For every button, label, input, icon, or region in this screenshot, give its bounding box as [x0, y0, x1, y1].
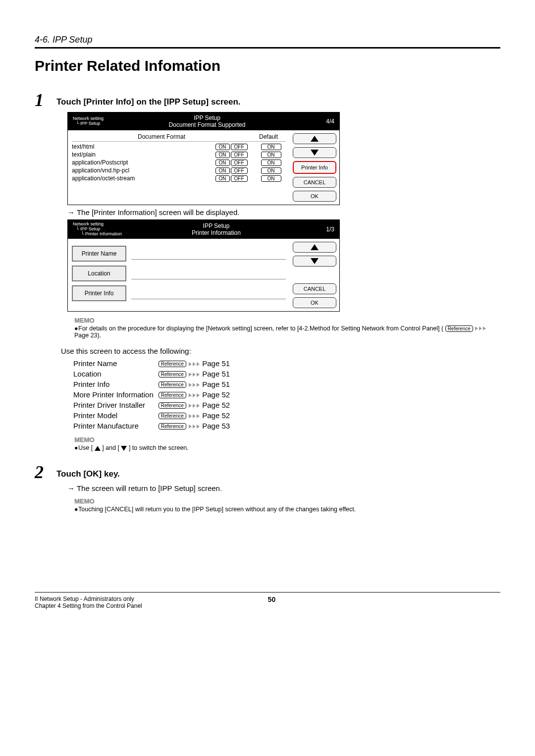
col-document-format: Document Format [72, 133, 251, 140]
ok-button[interactable]: OK [293, 191, 336, 202]
document-format-row: application/PostscriptONOFFON [72, 159, 286, 166]
breadcrumb: Network setting └ IPP Setup └ Printer In… [73, 222, 122, 237]
off-toggle[interactable]: OFF [231, 144, 248, 150]
reference-row: Printer ModelReference Page 52 [73, 410, 235, 421]
reference-page: Page 52 [202, 390, 230, 399]
page-title: Printer Related Infomation [35, 57, 500, 74]
chevron-right-icon [189, 425, 192, 429]
printer-information-screen: Network setting └ IPP Setup └ Printer In… [67, 219, 340, 312]
format-label: application/Postscript [72, 159, 207, 166]
cancel-button[interactable]: CANCEL [293, 283, 336, 294]
up-arrow-button[interactable] [293, 242, 336, 253]
reference-badge: Reference [159, 381, 186, 388]
step-1-number: 1 [35, 91, 56, 109]
off-toggle[interactable]: OFF [231, 175, 248, 182]
reference-label: More Printer Information [73, 389, 159, 400]
footer-line-1: II Network Setup - Administrators only [35, 595, 142, 602]
printer-name-button[interactable]: Printer Name [72, 246, 126, 262]
down-arrow-button[interactable] [293, 147, 336, 158]
step-1-result: → The [Printer Information] screen will … [67, 208, 500, 216]
memo-heading: MEMO [74, 436, 500, 443]
reference-page: Page 51 [202, 359, 230, 368]
reference-badge: Reference [159, 402, 186, 409]
step-2-heading: Touch [OK] key. [56, 463, 120, 479]
memo-heading: MEMO [74, 497, 500, 505]
on-toggle[interactable]: ON [215, 167, 230, 174]
reference-row: Printer NameReference Page 51 [73, 358, 235, 369]
chevron-right-icon [189, 393, 192, 397]
document-format-row: text/plainONOFFON [72, 151, 286, 158]
step-2-result: → The screen will return to [IPP Setup] … [67, 484, 500, 492]
screen-page-indicator: 1/3 [311, 226, 334, 233]
step-2: 2 Touch [OK] key. [35, 463, 500, 481]
reference-label: Location [73, 369, 159, 379]
chevron-right-icon [189, 414, 192, 418]
page-number: 50 [268, 595, 276, 609]
reference-badge: Reference [159, 361, 186, 367]
reference-badge: Reference [159, 371, 186, 378]
reference-row: Printer Driver InstallerReference Page 5… [73, 400, 235, 410]
access-lead: Use this screen to access the following: [61, 347, 500, 355]
printer-info-button[interactable]: Printer Info [72, 285, 126, 301]
reference-badge: Reference [159, 423, 186, 430]
reference-page: Page 52 [202, 401, 230, 409]
screen-page-indicator: 4/4 [311, 118, 334, 125]
memo-3: MEMO ●Touching [CANCEL] will return you … [74, 497, 500, 513]
default-value: ON [261, 175, 281, 182]
reference-label: Printer Info [73, 379, 159, 389]
reference-row: Printer ManufactureReference Page 53 [73, 421, 235, 431]
page-footer: II Network Setup - Administrators only C… [35, 592, 500, 609]
off-toggle[interactable]: OFF [231, 160, 248, 166]
document-format-row: application/octet-streamONOFFON [72, 175, 286, 182]
reference-row: Printer InfoReference Page 51 [73, 379, 235, 389]
memo-1: MEMO ●For details on the procedure for d… [74, 317, 500, 339]
default-value: ON [261, 152, 281, 158]
reference-table: Printer NameReference Page 51LocationRef… [73, 358, 235, 431]
step-1: 1 Touch [Printer Info] on the [IPP Setup… [35, 91, 500, 109]
cancel-button[interactable]: CANCEL [293, 177, 336, 188]
chevron-right-icon [189, 404, 192, 408]
memo-2: MEMO ●Use [ ] and [ ] to switch the scre… [74, 436, 500, 451]
screen-title: IPP Setup Document Format Supported [104, 114, 311, 128]
reference-page: Page 51 [202, 370, 230, 378]
off-toggle[interactable]: OFF [231, 152, 248, 158]
document-format-row: application/vnd.hp-pclONOFFON [72, 167, 286, 174]
chevron-right-icon [189, 373, 192, 377]
format-label: text/html [72, 143, 207, 150]
printer-info-button[interactable]: Printer Info [293, 161, 336, 174]
reference-badge: Reference [445, 325, 473, 332]
ok-button[interactable]: OK [293, 297, 336, 308]
on-toggle[interactable]: ON [215, 144, 230, 150]
breadcrumb: Network setting └ IPP Setup [73, 116, 104, 126]
on-toggle[interactable]: ON [215, 175, 230, 182]
default-value: ON [261, 144, 281, 150]
up-arrow-button[interactable] [293, 133, 336, 144]
arrow-down-icon [311, 258, 319, 264]
chevron-right-icon [189, 362, 192, 366]
footer-line-2: Chapter 4 Setting from the Control Panel [35, 602, 142, 609]
down-arrow-button[interactable] [293, 256, 336, 267]
reference-page: Page 51 [202, 380, 230, 388]
arrow-up-icon [311, 136, 319, 142]
screen-title: IPP Setup Printer Information [122, 222, 311, 236]
printer-info-value [131, 287, 286, 299]
arrow-up-icon [311, 244, 319, 250]
step-2-number: 2 [35, 463, 56, 481]
location-button[interactable]: Location [72, 266, 126, 281]
printer-name-value [131, 248, 286, 260]
location-value [131, 268, 286, 279]
reference-label: Printer Model [73, 410, 159, 421]
col-default: Default [251, 133, 286, 140]
reference-badge: Reference [159, 413, 186, 419]
off-toggle[interactable]: OFF [231, 167, 248, 174]
ipp-setup-screen: Network setting └ IPP Setup IPP Setup Do… [67, 112, 340, 205]
default-value: ON [261, 160, 281, 166]
reference-badge: Reference [159, 392, 186, 398]
running-header: 4-6. IPP Setup [35, 35, 500, 47]
chevron-right-icon [189, 383, 192, 387]
header-rule [35, 47, 500, 49]
arrow-down-icon [311, 150, 319, 156]
document-format-row: text/htmlONOFFON [72, 143, 286, 150]
on-toggle[interactable]: ON [215, 160, 230, 166]
on-toggle[interactable]: ON [215, 152, 230, 158]
